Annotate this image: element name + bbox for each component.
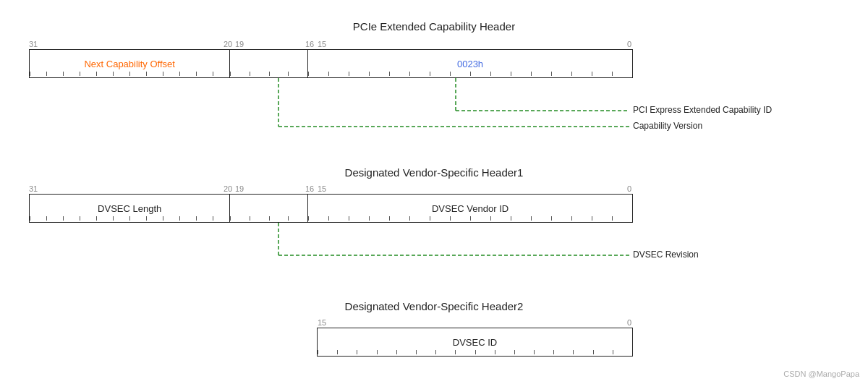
- dvsec-vendor-id-label: DVSEC Vendor ID: [432, 203, 509, 214]
- section2-title: Designated Vendor-Specific Header1: [0, 166, 868, 179]
- cell-bits-19-16: [230, 50, 308, 77]
- annotation-pci-express-id: PCI Express Extended Capability ID: [633, 105, 772, 115]
- register3: DVSEC ID: [317, 328, 633, 357]
- section3-title: Designated Vendor-Specific Header2: [0, 300, 868, 312]
- cell2-bits-19-16: [230, 195, 308, 222]
- dvsec-length-label: DVSEC Length: [98, 203, 161, 214]
- register1: Next Capability Offset 0023h: [29, 49, 633, 78]
- cell-next-cap-offset: Next Capability Offset: [30, 50, 230, 77]
- section1-title: PCIe Extended Capability Header: [0, 20, 868, 33]
- register2: DVSEC Length DVSEC Vendor ID: [29, 194, 633, 223]
- page-container: PCIe Extended Capability Header 31 20 19…: [0, 0, 868, 384]
- cell-dvsec-vendor-id: DVSEC Vendor ID: [308, 195, 632, 222]
- annotation-capability-version: Capability Version: [633, 121, 702, 131]
- cell-0023h: 0023h: [308, 50, 632, 77]
- value-0023h: 0023h: [457, 59, 483, 69]
- cell-dvsec-id: DVSEC ID: [318, 328, 632, 356]
- dvsec-id-label: DVSEC ID: [453, 337, 497, 348]
- cell-dvsec-length: DVSEC Length: [30, 195, 230, 222]
- next-cap-offset-label: Next Capability Offset: [84, 59, 174, 69]
- annotation-dvsec-revision: DVSEC Revision: [633, 249, 699, 260]
- watermark: CSDN @MangoPapa: [783, 370, 859, 378]
